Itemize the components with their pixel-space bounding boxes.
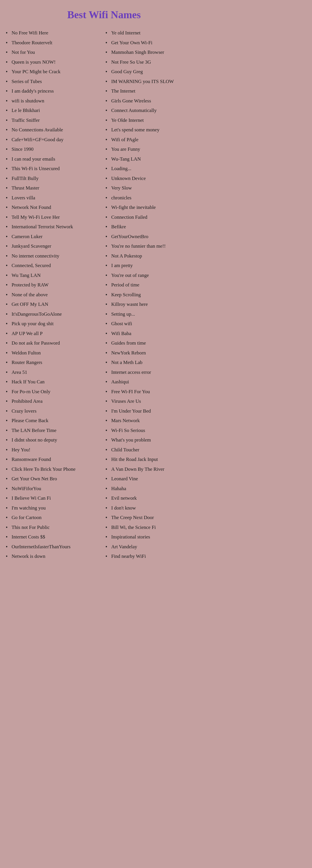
list-item: Theodore Routervelt [6, 38, 103, 48]
list-item: A Van Down By The River [105, 464, 202, 474]
list-item: Network Not Found [6, 203, 103, 212]
list-item: Very Slow [105, 183, 202, 193]
list-item: Keep Scrolling [105, 290, 202, 300]
list-item: Queen is yours NOW! [6, 57, 103, 67]
list-item: Wifi Baba [105, 329, 202, 339]
list-item: Leonard Vine [105, 474, 202, 484]
list-item: Not A Pokestop [105, 251, 202, 261]
list-item: Aashiqui [105, 377, 202, 387]
list-item: The Creep Next Door [105, 513, 202, 523]
list-item: For Po-rn Use Only [6, 387, 103, 397]
list-item: The Internet [105, 86, 202, 96]
list-item: I am pretty [105, 261, 202, 271]
list-item: Area 51 [6, 368, 103, 377]
list-item: Prohibited Area [6, 396, 103, 406]
list-item: Ye old Internet [105, 28, 202, 38]
list-item: Ye Olde Internet [105, 116, 202, 125]
list-item: I didnt shoot no deputy [6, 435, 103, 445]
list-item: Girls Gone Wireless [105, 96, 202, 106]
list-item: I'm Under Your Bed [105, 406, 202, 416]
list-item: Click Here To Brick Your Phone [6, 464, 103, 474]
list-item: Internet access error [105, 368, 202, 377]
list-item: International Terrorist Network [6, 222, 103, 232]
list-item: I Believe Wi Can Fi [6, 493, 103, 503]
list-item: Ransomware Found [6, 455, 103, 464]
list-item: wifi is shutdown [6, 96, 103, 106]
left-column: No Free Wifi HereTheodore RouterveltNot … [6, 28, 103, 561]
list-item: Since 1990 [6, 144, 103, 154]
list-item: Please Come Back [6, 416, 103, 426]
list-item: Hahaha [105, 484, 202, 494]
list-item: No Connections Available [6, 125, 103, 135]
list-item: Guides from time [105, 338, 202, 348]
list-item: Series of Tubes [6, 77, 103, 87]
list-item: The LAN Before Time [6, 426, 103, 435]
list-item: Protected by RAW [6, 280, 103, 290]
list-item: Unknown Device [105, 174, 202, 183]
list-item: NewYork Reborn [105, 348, 202, 358]
list-item: Loading... [105, 164, 202, 174]
list-item: Get Your Own Wi-Fi [105, 38, 202, 48]
list-item: Not a Meth Lab [105, 358, 202, 368]
list-item: Connect Automatically [105, 105, 202, 116]
list-item: Evil network [105, 493, 202, 503]
list-item: I am daddy's princess [6, 86, 103, 96]
list-item: AP UP We all P [6, 329, 103, 339]
page-title: Best Wifi Names [6, 9, 202, 21]
list-item: Cameron Luker [6, 232, 103, 242]
list-item: Lovers villa [6, 193, 103, 203]
list-item: Manmohan Singh Browser [105, 48, 202, 57]
list-item: Wi-fight the inevitable [105, 203, 202, 212]
list-item: Thrust Master [6, 183, 103, 193]
list-item: Connected, Secured [6, 261, 103, 271]
list-item: This not For Public [6, 523, 103, 532]
list-item: Wifi of PAgle [105, 135, 202, 145]
list-item: chronicles [105, 193, 202, 203]
list-item: IM WARNING you ITS SLOW [105, 77, 202, 87]
list-item: Befikre [105, 222, 202, 232]
list-item: Inspirational stories [105, 532, 202, 542]
list-item: Ghost wifi [105, 319, 202, 329]
list-item: Free Wi-FI For You [105, 387, 202, 397]
list-item: Your PC Might be Crack [6, 67, 103, 77]
list-item: Cafe+Wifi+GF=Good day [6, 135, 103, 145]
list-item: Get OFF My LAN [6, 300, 103, 309]
list-item: This Wi-Fi is Unsecured [6, 164, 103, 174]
list-item: None of the above [6, 290, 103, 300]
list-item: Not for You [6, 48, 103, 57]
list-item: Wu-Tang LAN [105, 154, 202, 164]
list-item: Not Free So Use 3G [105, 57, 202, 67]
list-item: Get Your Own Net Bro [6, 474, 103, 484]
list-item: Traffic Sniffer [6, 116, 103, 125]
list-item: Wi-Fi So Serious [105, 426, 202, 435]
list-item: You are Funny [105, 144, 202, 154]
list-item: Router Rangers [6, 358, 103, 368]
list-item: Internet Costs $$ [6, 532, 103, 542]
list-item: What's you problem [105, 435, 202, 445]
list-item: No Free Wifi Here [6, 28, 103, 38]
list-item: NoWiFiforYou [6, 484, 103, 494]
list-item: Pick up your dog shit [6, 319, 103, 329]
content-columns: No Free Wifi HereTheodore RouterveltNot … [6, 28, 202, 561]
list-item: Connection Failed [105, 212, 202, 222]
list-item: Good Guy Greg [105, 67, 202, 77]
list-item: Le le Bhikhari [6, 105, 103, 116]
right-column: Ye old InternetGet Your Own Wi-FiManmoha… [105, 28, 202, 561]
list-item: Hack If You Can [6, 377, 103, 387]
list-item: Junkyard Scavenger [6, 241, 103, 251]
list-item: Viruses Are Us [105, 396, 202, 406]
list-item: Child Toucher [105, 445, 202, 455]
list-item: GetYourOwnetBro [105, 232, 202, 242]
list-item: You're no funnier than me!! [105, 241, 202, 251]
list-item: Do not ask for Password [6, 338, 103, 348]
list-item: Crazy lovers [6, 406, 103, 416]
list-item: I don't know [105, 503, 202, 513]
list-item: I can read your emails [6, 154, 103, 164]
list-item: Weldon Fulton [6, 348, 103, 358]
list-item: Wu Tang LAN [6, 271, 103, 280]
list-item: FullTilt Bully [6, 174, 103, 183]
list-item: Hit the Road Jack Input [105, 455, 202, 464]
list-item: Killroy wasnt here [105, 300, 202, 309]
list-item: OurInternetIsfasterThanYours [6, 542, 103, 552]
list-item: Hey You! [6, 445, 103, 455]
